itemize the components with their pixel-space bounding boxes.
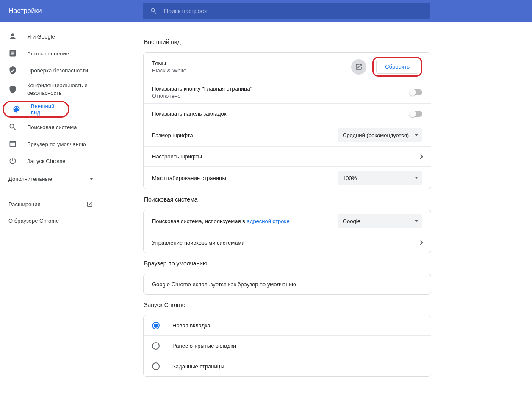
row-default-browser-status: Google Chrome используется как браузер п…: [144, 274, 431, 294]
nav-label: Внешний вид: [31, 103, 60, 116]
person-icon: [8, 32, 17, 41]
row-label: Настроить шрифты: [152, 153, 202, 160]
header-bar: Настройки: [0, 0, 532, 22]
card-appearance: Темы Black & White Сбросить Показ: [143, 52, 431, 189]
nav-appearance[interactable]: Внешний вид: [3, 101, 69, 118]
search-icon: [150, 7, 157, 15]
section-startup-title: Запуск Chrome: [143, 295, 431, 315]
chevron-down-icon: [90, 178, 93, 180]
window-icon: [8, 140, 17, 148]
nav-label: Я и Google: [27, 33, 55, 40]
nav-about-chrome[interactable]: О браузере Chrome: [0, 213, 102, 229]
divider: [0, 192, 102, 192]
row-label: Темы: [152, 60, 186, 66]
row-label: Показывать панель закладок: [152, 111, 227, 117]
nav-advanced-toggle[interactable]: Дополнительные: [0, 169, 102, 188]
search-icon: [8, 123, 17, 131]
page-title: Настройки: [8, 7, 143, 15]
nav-safety-check[interactable]: Проверка безопасности: [0, 62, 102, 79]
font-size-select[interactable]: Средний (рекомендуется): [338, 128, 422, 142]
palette-icon: [12, 105, 21, 113]
bookmarks-bar-toggle[interactable]: [410, 111, 422, 117]
nav-you-and-google[interactable]: Я и Google: [0, 28, 102, 45]
search-engine-select[interactable]: Google: [338, 214, 422, 228]
address-bar-link[interactable]: адресной строке: [247, 218, 290, 224]
row-label: Показывать кнопку "Главная страница": [152, 86, 252, 92]
open-theme-store-button[interactable]: [351, 59, 366, 75]
row-home-button: Показывать кнопку "Главная страница" Отк…: [144, 81, 431, 104]
status-text: Google Chrome используется как браузер п…: [152, 281, 296, 288]
chevron-right-icon: [418, 240, 423, 245]
page-zoom-select[interactable]: 100%: [338, 171, 422, 185]
power-icon: [8, 157, 17, 165]
note-icon: [8, 49, 17, 58]
startup-option-continue[interactable]: Ранее открытые вкладки: [144, 336, 431, 356]
nav-label: Проверка безопасности: [27, 67, 88, 74]
nav-label: Браузер по умолчанию: [27, 141, 86, 147]
row-label: Поисковая система, используемая в адресн…: [152, 218, 290, 224]
section-search-title: Поисковая система: [143, 189, 431, 210]
startup-option-new-tab[interactable]: Новая вкладка: [144, 315, 431, 336]
nav-autofill[interactable]: Автозаполнение: [0, 45, 102, 62]
nav-label: Конфиденциальность и безопасность: [27, 82, 88, 97]
row-customize-fonts[interactable]: Настроить шрифты: [144, 147, 431, 167]
row-manage-search-engines[interactable]: Управление поисковыми системами: [144, 232, 431, 253]
card-startup: Новая вкладка Ранее открытые вкладки Зад…: [143, 315, 431, 377]
nav-label: Автозаполнение: [27, 50, 69, 57]
row-themes[interactable]: Темы Black & White Сбросить: [144, 53, 431, 81]
nav-label: Поисковая система: [27, 124, 77, 130]
row-label: Размер шрифта: [152, 132, 193, 138]
nav-on-startup[interactable]: Запуск Chrome: [0, 152, 102, 169]
radio-icon[interactable]: [152, 322, 160, 329]
row-font-size: Размер шрифта Средний (рекомендуется): [144, 124, 431, 147]
row-sub: Black & White: [152, 67, 186, 74]
highlight-annotation: Сбросить: [372, 57, 422, 77]
radio-icon[interactable]: [152, 362, 160, 370]
sidebar: Я и Google Автозаполнение Проверка безоп…: [0, 22, 102, 394]
startup-option-specific-pages[interactable]: Заданные страницы: [144, 356, 431, 376]
card-search-engine: Поисковая система, используемая в адресн…: [143, 210, 431, 253]
shield-icon: [8, 85, 17, 94]
shield-check-icon: [8, 66, 17, 75]
row-label: Управление поисковыми системами: [152, 240, 245, 246]
nav-label: Запуск Chrome: [27, 158, 66, 164]
nav-extensions[interactable]: Расширения: [0, 196, 102, 213]
chevron-right-icon: [418, 154, 423, 159]
row-label: Масштабирование страницы: [152, 175, 226, 181]
section-default-browser-title: Браузер по умолчанию: [143, 253, 431, 274]
open-external-icon: [86, 201, 93, 207]
home-button-toggle[interactable]: [410, 89, 422, 95]
row-search-engine: Поисковая система, используемая в адресн…: [144, 210, 431, 232]
reset-theme-button[interactable]: Сбросить: [376, 60, 418, 74]
nav-search-engine[interactable]: Поисковая система: [0, 119, 102, 136]
nav-default-browser[interactable]: Браузер по умолчанию: [0, 136, 102, 152]
row-page-zoom: Масштабирование страницы 100%: [144, 167, 431, 189]
card-default-browser: Google Chrome используется как браузер п…: [143, 274, 431, 295]
nav-privacy[interactable]: Конфиденциальность и безопасность: [0, 79, 102, 100]
section-appearance-title: Внешний вид: [143, 32, 431, 52]
row-sub: Отключено: [152, 93, 252, 99]
search-box[interactable]: [143, 3, 430, 19]
radio-icon[interactable]: [152, 342, 160, 350]
row-bookmarks-bar: Показывать панель закладок: [144, 104, 431, 124]
search-input[interactable]: [164, 8, 424, 14]
open-external-icon: [355, 63, 363, 71]
